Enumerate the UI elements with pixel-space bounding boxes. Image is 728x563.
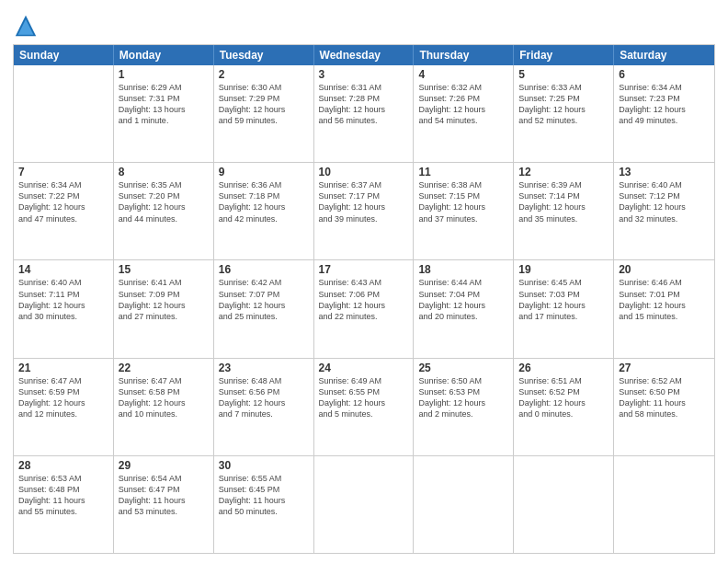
day-number: 4: [418, 68, 508, 81]
day-info: Sunrise: 6:31 AM Sunset: 7:28 PM Dayligh…: [319, 82, 409, 127]
day-cell-11: 11Sunrise: 6:38 AM Sunset: 7:15 PM Dayli…: [414, 163, 514, 259]
day-number: 22: [119, 362, 209, 374]
day-cell-2: 2Sunrise: 6:30 AM Sunset: 7:29 PM Daylig…: [214, 65, 314, 162]
day-number: 19: [518, 263, 609, 276]
day-info: Sunrise: 6:42 AM Sunset: 7:07 PM Dayligh…: [219, 277, 309, 322]
day-info: Sunrise: 6:53 AM Sunset: 6:48 PM Dayligh…: [18, 473, 108, 518]
day-cell-6: 6Sunrise: 6:34 AM Sunset: 7:23 PM Daylig…: [614, 65, 714, 162]
day-info: Sunrise: 6:35 AM Sunset: 7:20 PM Dayligh…: [119, 179, 209, 224]
day-info: Sunrise: 6:40 AM Sunset: 7:12 PM Dayligh…: [619, 179, 710, 224]
day-info: Sunrise: 6:49 AM Sunset: 6:55 PM Dayligh…: [319, 375, 409, 420]
day-cell-30: 30Sunrise: 6:55 AM Sunset: 6:45 PM Dayli…: [214, 456, 314, 553]
day-number: 9: [219, 166, 309, 178]
day-cell-20: 20Sunrise: 6:46 AM Sunset: 7:01 PM Dayli…: [614, 260, 714, 357]
header-day-tuesday: Tuesday: [214, 45, 314, 65]
day-info: Sunrise: 6:45 AM Sunset: 7:03 PM Dayligh…: [518, 277, 609, 322]
day-cell-27: 27Sunrise: 6:52 AM Sunset: 6:50 PM Dayli…: [614, 359, 714, 455]
day-cell-25: 25Sunrise: 6:50 AM Sunset: 6:53 PM Dayli…: [414, 359, 514, 455]
day-number: 11: [418, 166, 508, 178]
day-number: 17: [319, 263, 409, 276]
day-info: Sunrise: 6:34 AM Sunset: 7:22 PM Dayligh…: [18, 179, 108, 224]
day-cell-22: 22Sunrise: 6:47 AM Sunset: 6:58 PM Dayli…: [114, 359, 214, 455]
calendar-header: SundayMondayTuesdayWednesdayThursdayFrid…: [14, 45, 714, 65]
day-info: Sunrise: 6:39 AM Sunset: 7:14 PM Dayligh…: [518, 179, 609, 224]
calendar: SundayMondayTuesdayWednesdayThursdayFrid…: [13, 44, 715, 554]
day-cell-15: 15Sunrise: 6:41 AM Sunset: 7:09 PM Dayli…: [114, 260, 214, 357]
day-cell-1: 1Sunrise: 6:29 AM Sunset: 7:31 PM Daylig…: [114, 65, 214, 162]
day-info: Sunrise: 6:30 AM Sunset: 7:29 PM Dayligh…: [219, 82, 309, 127]
day-info: Sunrise: 6:34 AM Sunset: 7:23 PM Dayligh…: [619, 82, 710, 127]
day-cell-9: 9Sunrise: 6:36 AM Sunset: 7:18 PM Daylig…: [214, 163, 314, 259]
day-number: 3: [319, 68, 409, 81]
day-number: 5: [518, 68, 609, 81]
day-number: 30: [219, 459, 309, 472]
day-cell-4: 4Sunrise: 6:32 AM Sunset: 7:26 PM Daylig…: [414, 65, 514, 162]
day-info: Sunrise: 6:46 AM Sunset: 7:01 PM Dayligh…: [619, 277, 710, 322]
header-day-wednesday: Wednesday: [314, 45, 415, 65]
day-number: 2: [219, 68, 309, 81]
day-info: Sunrise: 6:47 AM Sunset: 6:58 PM Dayligh…: [119, 375, 209, 420]
day-number: 10: [319, 166, 409, 178]
day-number: 26: [518, 362, 609, 374]
day-cell-10: 10Sunrise: 6:37 AM Sunset: 7:17 PM Dayli…: [314, 163, 415, 259]
day-cell-24: 24Sunrise: 6:49 AM Sunset: 6:55 PM Dayli…: [314, 359, 415, 455]
day-info: Sunrise: 6:47 AM Sunset: 6:59 PM Dayligh…: [18, 375, 108, 420]
day-number: 7: [18, 166, 108, 178]
empty-cell: [614, 456, 714, 553]
day-number: 1: [119, 68, 209, 81]
day-info: Sunrise: 6:51 AM Sunset: 6:52 PM Dayligh…: [518, 375, 609, 420]
day-cell-8: 8Sunrise: 6:35 AM Sunset: 7:20 PM Daylig…: [114, 163, 214, 259]
empty-cell: [14, 65, 114, 162]
day-info: Sunrise: 6:55 AM Sunset: 6:45 PM Dayligh…: [219, 473, 309, 518]
calendar-row-0: 1Sunrise: 6:29 AM Sunset: 7:31 PM Daylig…: [14, 65, 714, 162]
header: [13, 9, 715, 39]
day-cell-12: 12Sunrise: 6:39 AM Sunset: 7:14 PM Dayli…: [514, 163, 614, 259]
day-number: 14: [18, 263, 108, 276]
day-info: Sunrise: 6:40 AM Sunset: 7:11 PM Dayligh…: [18, 277, 108, 322]
day-cell-14: 14Sunrise: 6:40 AM Sunset: 7:11 PM Dayli…: [14, 260, 114, 357]
day-info: Sunrise: 6:29 AM Sunset: 7:31 PM Dayligh…: [119, 82, 209, 127]
logo: [13, 13, 42, 39]
calendar-row-1: 7Sunrise: 6:34 AM Sunset: 7:22 PM Daylig…: [14, 162, 714, 259]
day-number: 23: [219, 362, 309, 374]
day-number: 29: [119, 459, 209, 472]
calendar-row-2: 14Sunrise: 6:40 AM Sunset: 7:11 PM Dayli…: [14, 259, 714, 357]
day-number: 8: [119, 166, 209, 178]
empty-cell: [514, 456, 614, 553]
day-number: 21: [18, 362, 108, 374]
day-info: Sunrise: 6:50 AM Sunset: 6:53 PM Dayligh…: [418, 375, 508, 420]
day-cell-21: 21Sunrise: 6:47 AM Sunset: 6:59 PM Dayli…: [14, 359, 114, 455]
day-number: 18: [418, 263, 508, 276]
day-number: 6: [619, 68, 710, 81]
day-info: Sunrise: 6:41 AM Sunset: 7:09 PM Dayligh…: [119, 277, 209, 322]
header-day-thursday: Thursday: [414, 45, 514, 65]
calendar-body: 1Sunrise: 6:29 AM Sunset: 7:31 PM Daylig…: [14, 65, 714, 553]
day-number: 15: [119, 263, 209, 276]
day-cell-18: 18Sunrise: 6:44 AM Sunset: 7:04 PM Dayli…: [414, 260, 514, 357]
day-cell-17: 17Sunrise: 6:43 AM Sunset: 7:06 PM Dayli…: [314, 260, 415, 357]
day-cell-28: 28Sunrise: 6:53 AM Sunset: 6:48 PM Dayli…: [14, 456, 114, 553]
calendar-row-3: 21Sunrise: 6:47 AM Sunset: 6:59 PM Dayli…: [14, 358, 714, 455]
day-cell-7: 7Sunrise: 6:34 AM Sunset: 7:22 PM Daylig…: [14, 163, 114, 259]
day-number: 25: [418, 362, 508, 374]
calendar-row-4: 28Sunrise: 6:53 AM Sunset: 6:48 PM Dayli…: [14, 455, 714, 553]
day-number: 16: [219, 263, 309, 276]
logo-icon: [13, 13, 39, 39]
day-info: Sunrise: 6:48 AM Sunset: 6:56 PM Dayligh…: [219, 375, 309, 420]
day-cell-26: 26Sunrise: 6:51 AM Sunset: 6:52 PM Dayli…: [514, 359, 614, 455]
day-info: Sunrise: 6:33 AM Sunset: 7:25 PM Dayligh…: [518, 82, 609, 127]
empty-cell: [314, 456, 415, 553]
day-cell-5: 5Sunrise: 6:33 AM Sunset: 7:25 PM Daylig…: [514, 65, 614, 162]
day-number: 24: [319, 362, 409, 374]
day-cell-23: 23Sunrise: 6:48 AM Sunset: 6:56 PM Dayli…: [214, 359, 314, 455]
day-number: 13: [619, 166, 710, 178]
header-day-sunday: Sunday: [14, 45, 114, 65]
day-info: Sunrise: 6:38 AM Sunset: 7:15 PM Dayligh…: [418, 179, 508, 224]
day-cell-16: 16Sunrise: 6:42 AM Sunset: 7:07 PM Dayli…: [214, 260, 314, 357]
day-info: Sunrise: 6:37 AM Sunset: 7:17 PM Dayligh…: [319, 179, 409, 224]
header-day-saturday: Saturday: [614, 45, 714, 65]
day-info: Sunrise: 6:54 AM Sunset: 6:47 PM Dayligh…: [119, 473, 209, 518]
header-day-monday: Monday: [114, 45, 214, 65]
day-info: Sunrise: 6:52 AM Sunset: 6:50 PM Dayligh…: [619, 375, 710, 420]
day-number: 27: [619, 362, 710, 374]
